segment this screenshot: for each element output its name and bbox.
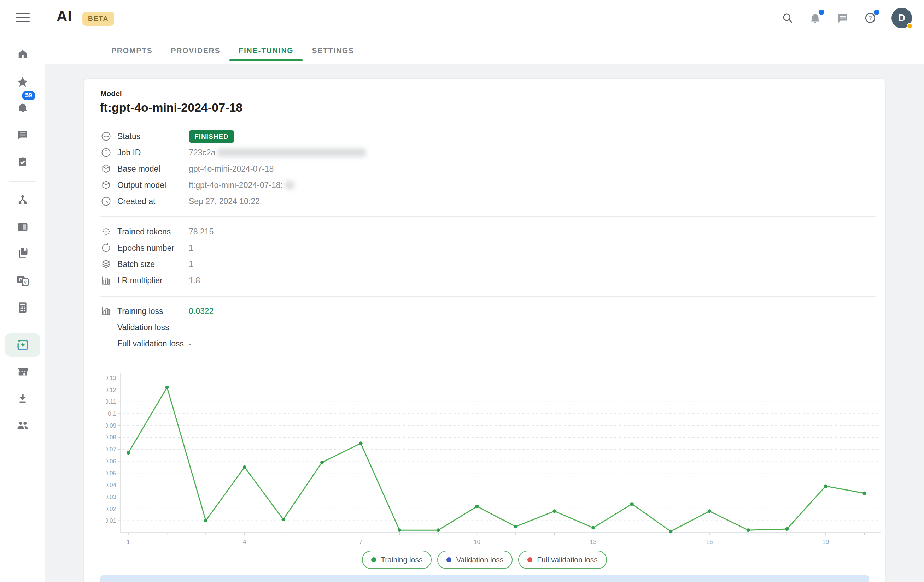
sidebar-item-tasks[interactable] [10, 151, 35, 173]
sidebar-item-storefront[interactable] [10, 360, 35, 381]
download-icon [16, 392, 29, 404]
clipboard-check-icon [17, 156, 28, 168]
loss-chart: 0.010.020.030.040.050.060.070.080.090.10… [106, 364, 888, 549]
svg-text:0.06: 0.06 [106, 458, 116, 465]
beta-badge: BETA [82, 12, 114, 26]
tab-fine-tuning[interactable]: FINE-TUNING [229, 39, 303, 61]
detail-label: Output model [117, 181, 166, 190]
batch-size-value: 1 [189, 260, 193, 269]
app-logo: AI [56, 8, 72, 25]
validation-loss-value: - [189, 323, 191, 332]
sidebar-item-workflow[interactable] [10, 189, 35, 210]
notifications-button[interactable] [809, 12, 822, 25]
app-window: 59 G文 [0, 0, 924, 582]
detail-row-training-loss: Training loss 0.0322 [84, 303, 868, 319]
svg-text:4: 4 [243, 539, 246, 545]
tab-providers[interactable]: PROVIDERS [162, 39, 229, 61]
sidebar-item-downloads[interactable] [10, 387, 35, 409]
model-section-label: Model [101, 89, 122, 98]
search-button[interactable] [781, 12, 794, 25]
chat-icon [837, 12, 849, 24]
cube-icon [101, 163, 112, 174]
output-model-value: ft:gpt-4o-mini-2024-07-18: [189, 181, 294, 190]
bar-chart-icon [101, 275, 112, 286]
detail-row-base-model: Base model gpt-4o-mini-2024-07-18 [84, 161, 868, 177]
base-model-value: gpt-4o-mini-2024-07-18 [189, 164, 274, 174]
redacted-text [285, 181, 294, 189]
model-title: ft:gpt-4o-mini-2024-07-18 [100, 101, 243, 114]
detail-row-full-validation-loss: Full validation loss - [84, 335, 868, 352]
detail-row-output-model: Output model ft:gpt-4o-mini-2024-07-18: [84, 177, 868, 193]
side-panel-icon [16, 220, 29, 233]
detail-label: Trained tokens [117, 227, 171, 237]
icon-spacer [101, 338, 112, 349]
training-loss-value: 0.0322 [189, 307, 213, 316]
svg-text:0.09: 0.09 [106, 423, 116, 429]
divider [9, 181, 36, 181]
svg-text:0.01: 0.01 [106, 517, 116, 524]
star-icon [16, 75, 29, 89]
divider [45, 35, 45, 582]
sidebar-item-side-panel[interactable] [10, 216, 35, 237]
workflow-icon [16, 194, 29, 206]
bar-chart-icon [101, 306, 112, 317]
svg-text:?: ? [868, 15, 872, 21]
detail-label: Job ID [117, 148, 141, 158]
status-icon [101, 131, 112, 142]
top-bar: AI BETA ? D PROMPTS PROVIDE [45, 0, 924, 64]
svg-text:0.03: 0.03 [106, 494, 116, 500]
bell-icon [16, 101, 29, 113]
ai-sparkle-icon [15, 337, 30, 353]
legend-label: Validation loss [456, 556, 503, 564]
hyperparams: Trained tokens 78 215 Epochs number 1 Ba… [84, 224, 868, 289]
storefront-icon [16, 365, 29, 377]
legend-item-full-validation-loss[interactable]: Full validation loss [518, 551, 607, 569]
detail-label: Created at [117, 197, 155, 206]
detail-label: Validation loss [117, 323, 169, 332]
detail-row-created-at: Created at Sep 27, 2024 10:22 [84, 193, 868, 209]
cube-icon [101, 179, 112, 191]
feedback-button[interactable] [837, 12, 849, 25]
tokens-icon [101, 226, 112, 237]
sidebar: 59 G文 [0, 0, 45, 582]
sidebar-item-ai-finetuning[interactable] [5, 334, 40, 357]
sidebar-item-home[interactable] [10, 43, 35, 64]
tab-settings[interactable]: SETTINGS [303, 39, 363, 61]
trained-tokens-value: 78 215 [189, 227, 213, 237]
job-id-value: 723c2a [189, 148, 366, 158]
user-avatar[interactable]: D [891, 8, 912, 28]
svg-text:0.1: 0.1 [108, 410, 116, 417]
sidebar-item-library[interactable] [10, 242, 35, 263]
icon-spacer [101, 322, 112, 333]
divider [9, 326, 36, 326]
divider [0, 35, 45, 35]
sidebar-item-people[interactable] [10, 414, 35, 436]
menu-icon[interactable] [16, 13, 30, 24]
main-content: Model ft:gpt-4o-mini-2024-07-18 Status F… [45, 64, 924, 582]
detail-label: LR multiplier [117, 276, 163, 285]
sidebar-item-chat[interactable] [10, 124, 35, 146]
detail-label: Full validation loss [117, 339, 184, 349]
help-button[interactable]: ? [864, 12, 877, 25]
divider [101, 296, 876, 297]
sidebar-item-notifications[interactable]: 59 [10, 97, 35, 118]
svg-text:19: 19 [822, 539, 829, 545]
sidebar-item-favorites[interactable] [10, 71, 35, 92]
sidebar-item-calculator[interactable] [10, 297, 35, 318]
legend-item-validation-loss[interactable]: Validation loss [437, 551, 513, 569]
translate-icon: G文 [16, 274, 29, 288]
svg-text:0.05: 0.05 [106, 470, 116, 477]
epochs-icon [101, 242, 112, 253]
svg-text:16: 16 [706, 539, 713, 545]
legend-dot [527, 557, 532, 562]
tab-bar: PROMPTS PROVIDERS FINE-TUNING SETTINGS [102, 39, 363, 61]
detail-row-job-id: Job ID 723c2a [84, 145, 868, 161]
detail-row-batch-size: Batch size 1 [84, 256, 868, 272]
active-tab-underline [229, 59, 303, 61]
legend-item-training-loss[interactable]: Training loss [362, 551, 432, 569]
detail-label: Batch size [117, 260, 155, 269]
info-icon [101, 147, 112, 158]
tab-prompts[interactable]: PROMPTS [102, 39, 162, 61]
detail-label: Training loss [117, 307, 163, 316]
sidebar-item-translate[interactable]: G文 [10, 270, 35, 291]
